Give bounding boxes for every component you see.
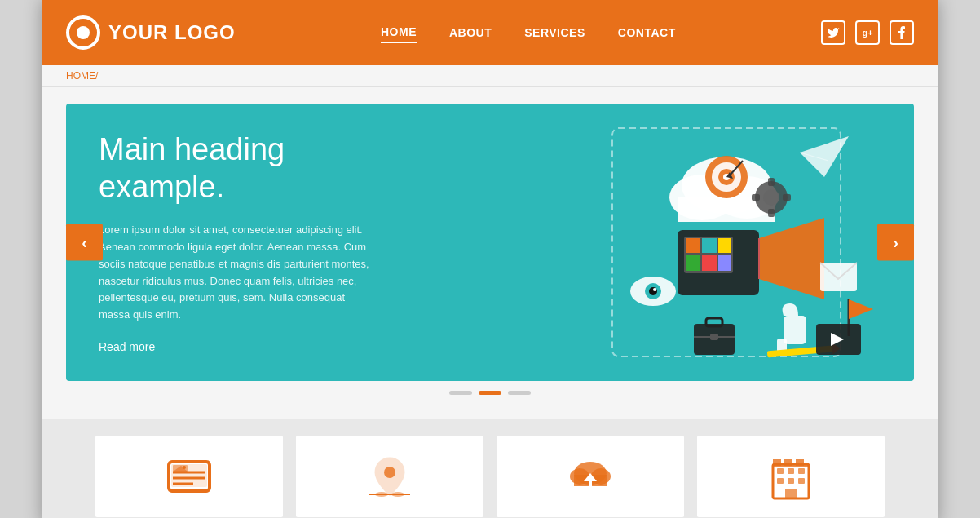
nav-item-contact[interactable]: CONTACT xyxy=(618,23,676,42)
svg-rect-66 xyxy=(788,468,794,474)
svg-rect-15 xyxy=(752,194,760,201)
svg-rect-67 xyxy=(798,468,805,474)
building-icon xyxy=(766,452,815,501)
logo-area: YOUR LOGO xyxy=(66,15,236,50)
slider-wrapper: ‹ Main heading example. Lorem ipsum dolo… xyxy=(42,87,938,419)
icon-card-gallery[interactable] xyxy=(95,436,283,517)
svg-rect-14 xyxy=(768,209,775,217)
svg-rect-68 xyxy=(777,478,784,484)
svg-marker-43 xyxy=(849,299,873,319)
read-more-link[interactable]: Read more xyxy=(99,340,376,353)
svg-rect-34 xyxy=(706,318,722,326)
svg-rect-22 xyxy=(686,255,700,271)
svg-point-31 xyxy=(649,287,657,295)
nav-item-home[interactable]: HOME xyxy=(381,22,417,43)
slider-dot-1[interactable] xyxy=(449,391,472,395)
cloud-upload-icon xyxy=(566,452,615,501)
slider: Main heading example. Lorem ipsum dolor … xyxy=(66,104,914,381)
logo-circle-inner xyxy=(77,26,90,39)
twitter-icon[interactable] xyxy=(821,20,845,45)
svg-rect-37 xyxy=(784,316,806,344)
svg-rect-19 xyxy=(686,238,700,253)
svg-rect-71 xyxy=(785,489,797,498)
svg-rect-24 xyxy=(718,255,731,271)
nav-item-about[interactable]: ABOUT xyxy=(449,23,492,42)
svg-rect-69 xyxy=(788,478,794,484)
illustration-svg xyxy=(449,104,873,381)
svg-point-12 xyxy=(763,189,779,206)
svg-rect-36 xyxy=(710,334,718,340)
svg-point-54 xyxy=(384,467,395,478)
slider-dot-2[interactable] xyxy=(479,391,501,395)
icons-section xyxy=(42,419,938,518)
slider-next-button[interactable]: › xyxy=(877,224,914,261)
svg-rect-20 xyxy=(702,238,717,253)
svg-rect-13 xyxy=(768,178,775,186)
svg-rect-21 xyxy=(718,238,731,253)
slider-heading: Main heading example. xyxy=(99,131,376,206)
slider-prev-button[interactable]: ‹ xyxy=(66,224,103,261)
location-icon xyxy=(365,452,414,501)
social-icons: g+ xyxy=(821,20,914,45)
nav: HOME ABOUT SERVICES CONTACT xyxy=(381,22,676,43)
header: YOUR LOGO HOME ABOUT SERVICES CONTACT g+ xyxy=(42,0,938,65)
logo-circle-icon xyxy=(66,15,100,50)
icon-card-location[interactable] xyxy=(296,436,483,517)
svg-rect-65 xyxy=(777,468,784,474)
svg-point-32 xyxy=(653,288,656,291)
svg-rect-16 xyxy=(783,194,791,201)
facebook-icon[interactable] xyxy=(890,20,914,45)
svg-rect-23 xyxy=(702,255,717,271)
svg-marker-25 xyxy=(759,218,824,299)
page-wrapper: YOUR LOGO HOME ABOUT SERVICES CONTACT g+… xyxy=(42,0,938,518)
slider-content: Main heading example. Lorem ipsum dolor … xyxy=(66,104,408,381)
nav-item-services[interactable]: SERVICES xyxy=(524,23,585,42)
breadcrumb: HOME/ xyxy=(42,65,938,87)
svg-point-53 xyxy=(183,466,186,469)
slider-dots xyxy=(66,391,914,395)
googleplus-icon[interactable]: g+ xyxy=(855,20,880,45)
breadcrumb-text: HOME/ xyxy=(66,70,98,82)
icon-card-cloud-upload[interactable] xyxy=(497,436,684,517)
slider-illustration xyxy=(408,104,914,381)
svg-rect-75 xyxy=(773,464,809,467)
logo-text: YOUR LOGO xyxy=(108,21,236,44)
slider-body: Lorem ipsum dolor sit amet, consectetuer… xyxy=(99,222,376,324)
gallery-icon xyxy=(165,452,214,501)
svg-rect-70 xyxy=(798,478,805,484)
icon-card-building[interactable] xyxy=(697,436,885,517)
slider-dot-3[interactable] xyxy=(508,391,531,395)
